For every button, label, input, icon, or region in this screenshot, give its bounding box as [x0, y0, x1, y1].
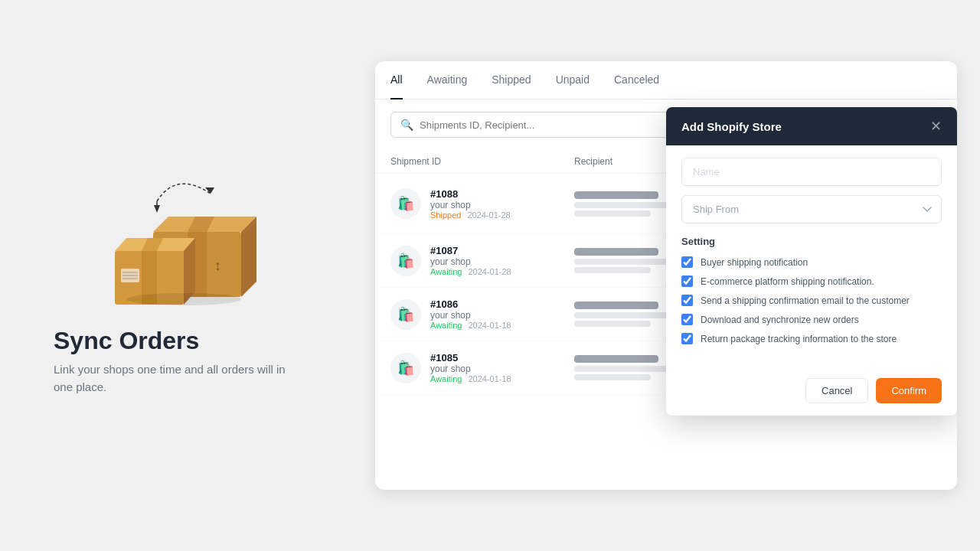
tab-shipped[interactable]: Shipped	[492, 61, 531, 99]
sync-title: Sync Orders	[54, 327, 299, 355]
checkbox-item-0: Buyer shipping notification	[681, 256, 942, 268]
header-shipment-id: Shipment ID	[390, 156, 574, 167]
avatar-4: 🛍️	[390, 353, 421, 383]
checkbox-item-2: Send a shipping confirmation email to th…	[681, 295, 942, 306]
recipient-name-bar-4	[574, 355, 658, 363]
shopify-icon-2: 🛍️	[397, 253, 414, 269]
recipient-name-bar-2	[574, 248, 658, 256]
checkbox-return-tracking[interactable]	[681, 333, 693, 344]
recipient-addr2-bar-1	[574, 210, 651, 217]
shipment-info-1: #1088 your shop Shipped 2024-01-28	[430, 188, 511, 220]
recipient-addr-bar-3	[574, 312, 681, 318]
modal-header: Add Shopify Store ✕	[666, 107, 957, 145]
status-2: Awaiting	[430, 267, 462, 276]
status-1: Shipped	[430, 210, 461, 220]
avatar-1: 🛍️	[390, 188, 421, 219]
modal-close-button[interactable]: ✕	[930, 119, 942, 133]
recipient-addr2-bar-4	[574, 374, 651, 380]
checkbox-item-3: Download and synchronize new orders	[681, 314, 942, 325]
checkbox-confirmation-email[interactable]	[681, 295, 693, 306]
modal-title: Add Shopify Store	[681, 120, 782, 133]
setting-label: Setting	[681, 236, 942, 247]
left-panel: ↕ Sync Orders Link your shops one time a…	[0, 0, 352, 551]
shipment-info-3: #1086 your shop Awaiting 2024-01-18	[430, 298, 511, 330]
recipient-addr2-bar-3	[574, 321, 651, 327]
store-name-input[interactable]	[681, 158, 942, 186]
shipment-cell-2: 🛍️ #1087 your shop Awaiting 2024-01-28	[390, 245, 574, 276]
setting-section: Setting Buyer shipping notification E-co…	[681, 236, 942, 344]
checkbox-label-0: Buyer shipping notification	[701, 257, 808, 268]
box-illustration: ↕	[92, 155, 260, 308]
tab-canceled[interactable]: Canceled	[614, 61, 659, 99]
shipment-info-4: #1085 your shop Awaiting 2024-01-18	[430, 352, 511, 383]
modal-body: Ship From Setting Buyer shipping notific…	[666, 145, 957, 369]
search-icon: 🔍	[400, 119, 413, 131]
date-3: 2024-01-18	[468, 321, 511, 330]
recipient-name-bar-3	[574, 302, 658, 309]
cancel-button[interactable]: Cancel	[805, 378, 868, 403]
shipment-cell-1: 🛍️ #1088 your shop Shipped 2024-01-28	[390, 188, 574, 220]
recipient-addr-bar-1	[574, 202, 681, 208]
checkbox-label-3: Download and synchronize new orders	[701, 315, 859, 325]
checkbox-label-4: Return package tracking information to t…	[701, 334, 897, 344]
shop-name-4: your shop	[430, 364, 511, 374]
date-2: 2024-01-28	[468, 267, 511, 276]
recipient-addr-bar-4	[574, 366, 681, 372]
date-1: 2024-01-28	[467, 210, 510, 220]
shop-name-2: your shop	[430, 256, 511, 267]
shipment-cell-3: 🛍️ #1086 your shop Awaiting 2024-01-18	[390, 298, 574, 330]
date-4: 2024-01-18	[468, 374, 511, 383]
shipment-id-2: #1087	[430, 245, 511, 256]
checkbox-download-sync[interactable]	[681, 314, 693, 325]
svg-marker-0	[205, 187, 214, 194]
sync-description: Link your shops one time and all orders …	[54, 361, 299, 396]
shopify-icon-4: 🛍️	[397, 360, 414, 377]
checkbox-item-1: E-commerce platform shipping notificatio…	[681, 276, 942, 287]
shipment-info-2: #1087 your shop Awaiting 2024-01-28	[430, 245, 511, 276]
search-input[interactable]	[420, 119, 687, 131]
avatar-2: 🛍️	[390, 246, 421, 276]
shopify-icon-3: 🛍️	[397, 306, 414, 323]
checkbox-buyer-shipping[interactable]	[681, 256, 693, 268]
checkbox-label-2: Send a shipping confirmation email to th…	[701, 295, 910, 306]
svg-marker-2	[154, 205, 160, 213]
svg-point-22	[126, 293, 241, 305]
status-3: Awaiting	[430, 321, 462, 330]
checkbox-item-4: Return package tracking information to t…	[681, 333, 942, 344]
right-panel: All Awaiting Shipped Unpaid Canceled 🔍 S…	[352, 0, 980, 551]
modal-footer: Cancel Confirm	[666, 369, 957, 416]
confirm-button[interactable]: Confirm	[876, 378, 942, 403]
avatar-3: 🛍️	[390, 299, 421, 330]
tabs-bar: All Awaiting Shipped Unpaid Canceled	[375, 61, 957, 99]
add-shopify-modal: Add Shopify Store ✕ Ship From Setting Bu…	[666, 107, 957, 416]
main-card: All Awaiting Shipped Unpaid Canceled 🔍 S…	[375, 61, 957, 490]
recipient-addr-bar-2	[574, 259, 681, 265]
status-4: Awaiting	[430, 374, 462, 383]
shipment-cell-4: 🛍️ #1085 your shop Awaiting 2024-01-18	[390, 352, 574, 383]
search-input-wrapper: 🔍	[390, 112, 697, 138]
tab-unpaid[interactable]: Unpaid	[556, 61, 590, 99]
checkbox-ecommerce-notification[interactable]	[681, 276, 693, 287]
shipment-id-4: #1085	[430, 352, 511, 364]
tab-all[interactable]: All	[390, 61, 403, 99]
checkbox-label-1: E-commerce platform shipping notificatio…	[701, 276, 874, 287]
recipient-addr2-bar-2	[574, 267, 651, 273]
shipment-id-3: #1086	[430, 298, 511, 310]
shop-name-3: your shop	[430, 310, 511, 321]
tab-awaiting[interactable]: Awaiting	[427, 61, 468, 99]
svg-text:↕: ↕	[214, 258, 221, 273]
shipment-id-1: #1088	[430, 188, 511, 200]
shop-name-1: your shop	[430, 200, 511, 210]
recipient-name-bar-1	[574, 191, 658, 199]
shopify-icon-1: 🛍️	[397, 195, 414, 212]
ship-from-select[interactable]: Ship From	[681, 195, 942, 223]
